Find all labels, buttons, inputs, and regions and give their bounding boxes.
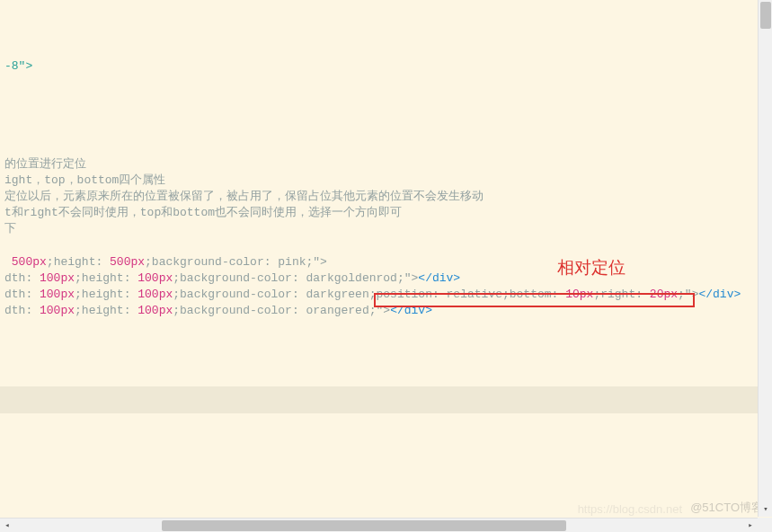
code-line [0, 91, 772, 107]
vertical-scrollbar-thumb[interactable] [760, 2, 771, 29]
code-line [0, 25, 772, 41]
css-value: orangered [306, 304, 369, 317]
close-tag: </div> [698, 288, 741, 301]
code-line: dth: 100px;height: 100px;background-colo… [0, 270, 772, 287]
css-value: 100px [138, 271, 173, 285]
code-line: ight，top，bottom四个属性 [0, 173, 772, 189]
scroll-right-arrow-icon[interactable]: ▸ [743, 519, 758, 532]
css-value: darkgoldenrod [306, 271, 397, 285]
code-comment: t和right不会同时使用，top和bottom也不会同时使用，选择一个方向即可 [4, 206, 402, 219]
code-line [0, 123, 772, 139]
code-text: -8"> [4, 59, 32, 73]
css-value: 100px [40, 304, 75, 317]
close-tag: </div> [418, 271, 460, 285]
code-line: -8"> [0, 58, 772, 75]
code-line [0, 238, 772, 254]
annotation-highlight-box [374, 293, 695, 307]
code-line [0, 9, 772, 25]
horizontal-scrollbar[interactable]: ◂ ▸ [0, 518, 758, 532]
scroll-corner [758, 518, 772, 532]
css-value: 100px [138, 288, 173, 301]
divider [0, 386, 772, 413]
code-comment: 定位以后，元素原来所在的位置被保留了，被占用了，保留占位其他元素的位置不会发生移… [4, 190, 484, 203]
vertical-scrollbar[interactable]: ▾ [758, 0, 772, 517]
code-line [0, 75, 772, 91]
css-value: 500px [110, 255, 145, 269]
scroll-down-arrow-icon[interactable]: ▾ [759, 502, 772, 517]
horizontal-scrollbar-thumb[interactable] [162, 520, 566, 531]
css-value: 100px [40, 288, 75, 301]
code-line: 定位以后，元素原来所在的位置被保留了，被占用了，保留占位其他元素的位置不会发生移… [0, 189, 772, 205]
code-line [0, 140, 772, 156]
annotation-label: 相对定位 [557, 256, 626, 279]
css-value: pink [278, 255, 306, 269]
scroll-left-arrow-icon[interactable]: ◂ [0, 519, 14, 532]
css-value: 100px [138, 304, 173, 317]
watermark-secondary: https://blog.csdn.net [578, 502, 682, 516]
code-line: t和right不会同时使用，top和bottom也不会同时使用，选择一个方向即可 [0, 205, 772, 221]
code-comment: ight，top，bottom四个属性 [4, 173, 165, 187]
css-value: 100px [40, 271, 75, 285]
code-line [0, 41, 772, 58]
code-line: 下 [0, 221, 772, 237]
code-line: 的位置进行定位 [0, 156, 772, 173]
css-value: 500px [12, 255, 47, 269]
code-line: 500px;height: 500px;background-color: pi… [0, 254, 772, 270]
code-line [0, 107, 772, 123]
code-viewport[interactable]: -8"> 的位置进行定位 ight，top，bottom四个属性 定位以后，元素… [0, 0, 772, 517]
code-comment: 的位置进行定位 [4, 157, 86, 171]
css-value: darkgreen [306, 288, 369, 301]
watermark: @51CTO博客 [690, 500, 763, 516]
code-comment: 下 [4, 222, 16, 235]
